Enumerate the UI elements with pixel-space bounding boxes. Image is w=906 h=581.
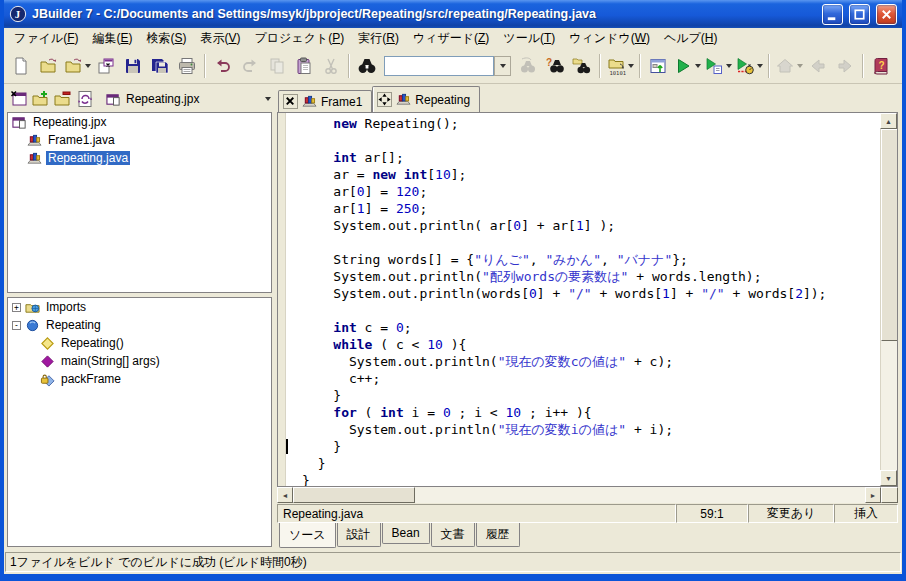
close-file-button[interactable] — [93, 53, 119, 79]
new-file-button[interactable] — [8, 53, 34, 79]
refresh-button[interactable] — [74, 88, 96, 110]
close-button[interactable] — [876, 4, 897, 25]
vertical-scroll-thumb[interactable] — [881, 129, 898, 341]
reopen-file-button[interactable] — [62, 53, 92, 79]
expand-toggle-icon[interactable]: + — [12, 303, 21, 312]
tree-item-repeating-[interactable]: Repeating() — [8, 334, 271, 352]
save-file-button[interactable] — [120, 53, 146, 79]
scroll-down-icon[interactable]: ▼ — [880, 470, 897, 486]
close-project-icon — [9, 89, 29, 109]
view-tab-設計[interactable]: 設計 — [337, 523, 381, 547]
forward-icon — [835, 56, 855, 76]
vertical-scrollbar[interactable]: ▲ ▼ — [880, 113, 897, 486]
redo-button[interactable] — [237, 53, 263, 79]
code-number: 10 — [427, 337, 443, 352]
menu-e[interactable]: 編集(E) — [85, 28, 139, 49]
chevron-down-icon[interactable] — [726, 64, 732, 68]
editor-tab-frame1[interactable]: Frame1 — [278, 90, 372, 112]
code-editor[interactable]: new Repeating(); int ar[]; ar = new int[… — [277, 112, 898, 487]
toolbar-separator — [768, 54, 770, 78]
run-alt-icon — [704, 56, 724, 76]
scroll-up-icon[interactable]: ▲ — [880, 113, 897, 129]
open-file-button[interactable] — [35, 53, 61, 79]
undo-button[interactable] — [210, 53, 236, 79]
chevron-down-icon[interactable] — [628, 64, 634, 68]
code-text: + words[ — [592, 286, 662, 301]
help-button[interactable]: ? — [868, 53, 894, 79]
home-button[interactable] — [774, 53, 804, 79]
tree-item-repeating-jpx[interactable]: Repeating.jpx — [8, 113, 271, 131]
find-button[interactable] — [354, 53, 380, 79]
run-dialog-button[interactable] — [645, 53, 671, 79]
make-project-button[interactable]: 10101 — [605, 53, 635, 79]
maximize-tab-button[interactable] — [377, 92, 392, 107]
find-in-path-button[interactable] — [569, 53, 595, 79]
view-tab-履歴[interactable]: 履歴 — [476, 523, 520, 547]
search-again-button[interactable] — [515, 53, 541, 79]
view-tab-ソース[interactable]: ソース — [279, 523, 336, 548]
menu-r[interactable]: 実行(R) — [351, 28, 406, 49]
scroll-right-icon[interactable]: ► — [865, 487, 881, 503]
menu-f[interactable]: ファイル(F) — [7, 28, 85, 49]
run-icon — [673, 56, 693, 76]
project-selector-caret-icon[interactable] — [265, 97, 271, 101]
run-alt-button[interactable] — [703, 53, 733, 79]
code-area[interactable]: new Repeating(); int ar[]; ar = new int[… — [278, 113, 880, 486]
forward-button[interactable] — [832, 53, 858, 79]
tree-item-imports[interactable]: +Imports — [8, 298, 271, 316]
code-keyword: new — [333, 116, 356, 131]
copy-button[interactable] — [264, 53, 290, 79]
menu-p[interactable]: プロジェクト(P) — [248, 28, 352, 49]
code-line: System.out.println("配列wordsの要素数は" + word… — [302, 268, 880, 285]
maximize-button[interactable] — [849, 4, 870, 25]
tree-item-main-string-args-[interactable]: main(String[] args) — [8, 352, 271, 370]
project-tree[interactable]: Repeating.jpxFrame1.javaRepeating.java — [7, 112, 272, 293]
save-all-button[interactable] — [147, 53, 173, 79]
search-combo-dropdown[interactable] — [494, 56, 511, 76]
search-combo-input[interactable] — [384, 56, 494, 76]
editor-tab-repeating[interactable]: Repeating — [372, 86, 480, 112]
structure-tree[interactable]: +Imports-RepeatingRepeating()main(String… — [7, 297, 272, 547]
horizontal-scrollbar[interactable]: ◄ ► — [277, 487, 881, 503]
tree-item-repeating-java[interactable]: Repeating.java — [8, 149, 271, 167]
run-button[interactable] — [672, 53, 702, 79]
scroll-left-icon[interactable]: ◄ — [277, 487, 293, 503]
code-string: "配列wordsの要素数は" — [482, 269, 628, 284]
minimize-button[interactable] — [822, 4, 843, 25]
file-status-bar: Repeating.java 59:1 変更あり 挿入 — [277, 504, 898, 523]
tree-item-frame1-java[interactable]: Frame1.java — [8, 131, 271, 149]
redo-icon — [240, 56, 260, 76]
code-line: } — [302, 455, 880, 472]
code-line: System.out.println(words[0] + "/" + word… — [302, 285, 880, 302]
menu-h[interactable]: ヘルプ(H) — [657, 28, 725, 49]
close-tab-button[interactable] — [283, 94, 298, 109]
collapse-toggle-icon[interactable]: - — [12, 321, 21, 330]
cut-button[interactable] — [318, 53, 344, 79]
menu-t[interactable]: ツール(T) — [496, 28, 562, 49]
close-project-button[interactable] — [8, 88, 30, 110]
menu-v[interactable]: 表示(V) — [194, 28, 248, 49]
paste-button[interactable] — [291, 53, 317, 79]
horizontal-scroll-thumb[interactable] — [293, 487, 415, 503]
tree-item-repeating[interactable]: -Repeating — [8, 316, 271, 334]
view-tab-文書[interactable]: 文書 — [431, 523, 475, 547]
menu-s[interactable]: 検索(S) — [139, 28, 193, 49]
print-button[interactable] — [174, 53, 200, 79]
tree-item-packframe[interactable]: packFrame — [8, 370, 271, 388]
chevron-down-icon[interactable] — [797, 64, 803, 68]
find-help-button[interactable]: ? — [542, 53, 568, 79]
chevron-down-icon[interactable] — [85, 64, 91, 68]
view-tab-bean[interactable]: Bean — [382, 523, 430, 544]
status-bar: 1ファイルをビルド でのビルドに成功 (ビルド時間0秒) — [4, 549, 902, 574]
java-file-icon — [302, 94, 317, 109]
chevron-down-icon[interactable] — [695, 64, 701, 68]
chevron-down-icon[interactable] — [757, 64, 763, 68]
remove-files-button[interactable] — [52, 88, 74, 110]
cut-icon — [321, 56, 341, 76]
back-button[interactable] — [805, 53, 831, 79]
menu-w[interactable]: ウィンドウ(W) — [562, 28, 657, 49]
profile-button[interactable] — [734, 53, 764, 79]
add-files-button[interactable] — [30, 88, 52, 110]
project-selector[interactable]: Repeating.jpx — [98, 88, 271, 110]
menu-z[interactable]: ウィザード(Z) — [406, 28, 496, 49]
